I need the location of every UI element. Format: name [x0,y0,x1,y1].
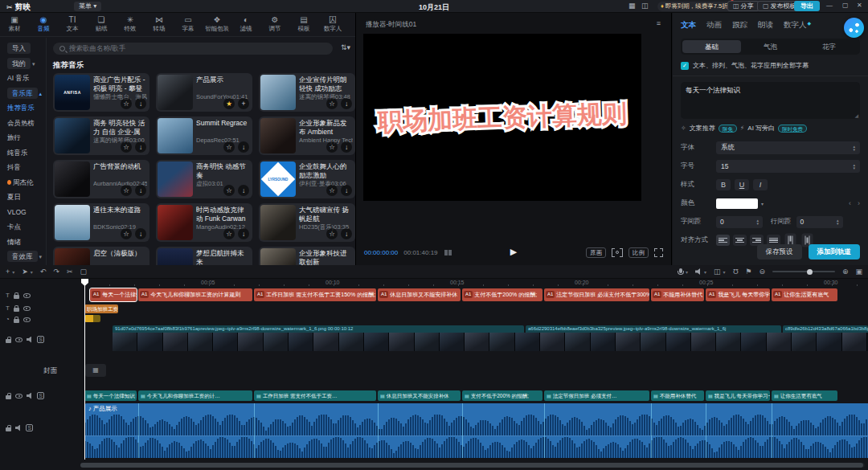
favorite-star-icon[interactable]: ☆ [121,141,132,153]
mask-button[interactable]: ▢ [80,268,87,276]
timeline-zoom-slider[interactable] [772,271,835,272]
sticker-clip[interactable] [84,315,100,322]
sidebar-sfx-library-group[interactable]: 音效库▾ [0,249,46,264]
magnet-snap-icon[interactable]: Ω [733,268,739,276]
sidebar-item-抖音[interactable]: 抖音 [0,160,46,175]
sidebar-mine-button[interactable]: 我的▾ [0,56,46,72]
favorite-star-icon[interactable]: ☆ [326,228,338,239]
visibility-icon[interactable] [15,394,23,398]
visibility-icon[interactable] [23,317,31,322]
preview-mode-icon[interactable] [444,250,452,255]
lock-icon[interactable] [6,339,11,343]
lock-icon[interactable] [14,308,19,312]
music-audio-clip[interactable]: ♪ 产品展示 [84,403,868,458]
sidebar-item-周杰伦[interactable]: 周杰伦 [0,175,46,190]
solo-icon[interactable]: S [26,424,33,431]
menu-button[interactable]: 菜单 ▾ [74,2,101,11]
music-card[interactable]: 时尚动感放克律动 Funk Carwan MainMangoAudio02:12… [156,203,252,242]
workspace-icon[interactable]: ◫ [641,2,649,10]
minimize-button[interactable]: — [826,2,833,9]
video-clip-name[interactable]: 91d07e0d76954ce7aaf08b83f1b9761apreview.… [113,325,524,333]
chevron-down-icon[interactable]: ▾ [723,269,726,275]
mute-icon[interactable] [27,393,33,399]
align-left-button[interactable] [716,235,730,246]
music-card[interactable]: LYRSOUND企业鼓舞人心的励志激励伊利亚·曼泰03:06☆↓ [259,160,355,198]
music-card[interactable]: ANFISA商业广告片配乐 - 积极 明亮 - 攀登高峰慵懒爵士电台、海风…02… [53,73,149,112]
tts-audio-clip[interactable]: ▤工作日加班 需支付不低于工资… [254,390,376,401]
zoom-in-icon[interactable]: ⊕ [842,268,849,276]
stepper-icons[interactable]: ▴▾ [853,145,855,151]
color-swatch[interactable] [716,198,758,209]
tab-滤镜[interactable]: ◐滤镜 [231,13,260,36]
line-spacing-stepper[interactable]: 0▴▾ [796,216,843,228]
tts-audio-clip[interactable]: ▤休息日加班又不能安排补休 [378,390,461,401]
tab-素材[interactable]: ▣素材 [0,13,29,36]
undo-button[interactable]: ↶ [40,268,47,276]
apply-all-row[interactable]: ✓ 文本、排列、气泡、花字应用到全部字幕 [681,61,809,70]
sidebar-item-情绪[interactable]: 情绪 [0,235,46,250]
tts-audio-clip[interactable]: ▤法定节假日加班 必须支付… [544,390,649,401]
inspector-tab-文本[interactable]: 文本 [681,20,696,31]
copy-suggest-button[interactable]: 文案推荐 [690,124,715,133]
add-media-button[interactable]: + [6,268,10,276]
close-button[interactable]: ✕ [857,2,862,9]
player-menu-icon[interactable]: ≡ [657,19,660,27]
tab-文本[interactable]: TI文本 [58,13,87,36]
lock-icon[interactable] [6,395,11,399]
chevron-down-icon[interactable]: ▾ [686,269,688,275]
sidebar-item-夏日[interactable]: 夏日 [0,190,46,205]
quality-button[interactable]: 原画 [586,247,606,258]
download-icon[interactable]: ↓ [341,98,352,109]
download-icon[interactable]: ↓ [135,185,146,196]
tab-字幕[interactable]: ▭字幕 [174,13,203,36]
subtitle-clip[interactable]: A1休息日加班又不能安排补休 [378,288,461,301]
subtab-气泡[interactable]: 气泡 [741,40,800,53]
download-icon[interactable]: ↓ [238,141,249,153]
download-icon[interactable]: ↓ [135,98,146,109]
record-voiceover-icon[interactable] [678,268,683,275]
tab-模板[interactable]: ▤模板 [289,13,318,36]
music-card[interactable]: 商务明快 动感节奏虚拟03:01☆↓ [156,160,252,198]
subtitle-clip[interactable]: A1让你生活更有底气 [772,288,837,301]
subtitle-clip[interactable]: A1支付不低于200% 的报酬; [462,288,542,301]
sidebar-item-推荐音乐[interactable]: 推荐音乐 [0,100,46,116]
save-preset-button[interactable]: 保存预设 [757,244,802,260]
horizontal-scrollbar[interactable] [80,463,865,468]
sidebar-item-VLOG[interactable]: VLOG [0,205,46,220]
music-card[interactable]: 企业形象新品发布 Ambient Suspense …Ambient Happy… [259,116,355,155]
tts-audio-clip[interactable]: ▤我是飞儿 每天带你学习一个法律知识 [706,390,770,401]
marker-flag-icon[interactable]: ⚑ [745,268,751,276]
video-clip-name[interactable]: a66d2290314efbb8eaef3d0b3ba325preview.jp… [526,325,781,333]
font-select[interactable]: 系统▴▾ [716,141,860,154]
audio-monitor-icon[interactable] [695,268,702,275]
chevron-down-icon[interactable]: ▾ [704,269,706,275]
ai-assistant-button[interactable] [844,18,864,38]
inspector-tab-跟踪[interactable]: 跟踪 [732,20,747,31]
tts-audio-clip[interactable]: ▤让你生活更有底气 [772,390,837,401]
favorite-star-icon[interactable]: ☆ [223,185,235,196]
favorite-star-icon[interactable]: ★ [223,98,235,109]
zoom-slider-knob[interactable] [807,269,813,275]
fit-timeline-icon[interactable]: ▣ [855,268,862,276]
zoom-out-icon[interactable]: ⊖ [759,268,765,276]
lock-icon[interactable] [14,319,19,323]
vip-renewal-button[interactable]: ♦即将到期，续费享7.5折 [657,2,733,11]
share-button[interactable]: ◫分享 [727,1,760,11]
next-icon[interactable]: › [858,199,860,207]
tab-转场[interactable]: ⋈转场 [145,13,174,36]
tts-audio-clip[interactable]: ▤支付不低于200% 的报酬; [462,390,542,401]
sidebar-item-纯音乐[interactable]: 纯音乐 [0,145,46,161]
music-card[interactable]: 企业形象科技进取创新Daily Victories☆↓ [259,247,355,265]
favorite-star-icon[interactable]: ☆ [121,98,132,109]
scrollbar-thumb[interactable] [80,463,863,468]
prev-icon[interactable]: ‹ [849,199,851,207]
subtitle-clip[interactable]: A1今天飞儿和你聊加班工资的计算规则 [138,288,252,301]
chevron-down-icon[interactable]: ▾ [31,269,33,275]
inspector-tab-朗读[interactable]: 朗读 [758,20,773,31]
sidebar-music-library-group[interactable]: 音乐库▴ [0,86,46,101]
redo-button[interactable]: ↷ [53,268,59,276]
fullscreen-icon[interactable] [654,248,663,257]
favorite-star-icon[interactable]: ☆ [326,98,338,109]
caption-text-input[interactable]: 每天一个法律知识 ◢ [681,82,860,119]
tts-audio-clip[interactable]: ▤不能用补休替代 [651,390,704,401]
